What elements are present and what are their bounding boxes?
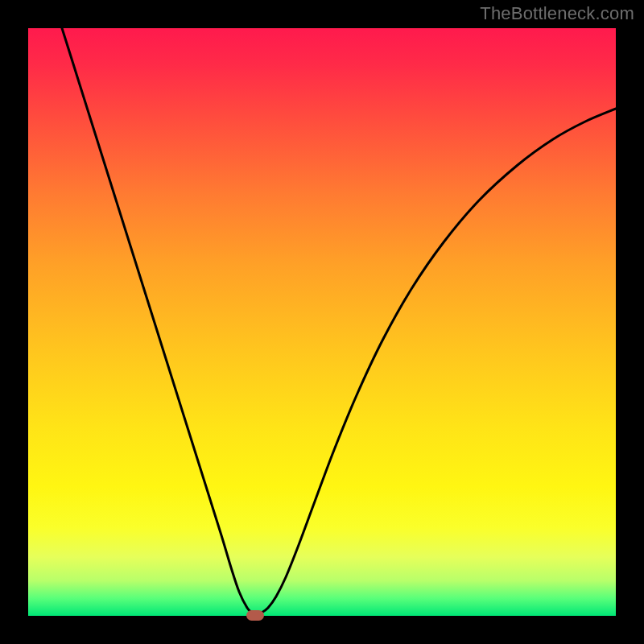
watermark-text: TheBottleneck.com — [480, 3, 634, 24]
minimum-marker — [246, 610, 264, 621]
bottleneck-curve — [28, 28, 616, 616]
plot-area — [28, 28, 616, 616]
chart-frame: TheBottleneck.com — [0, 0, 644, 644]
